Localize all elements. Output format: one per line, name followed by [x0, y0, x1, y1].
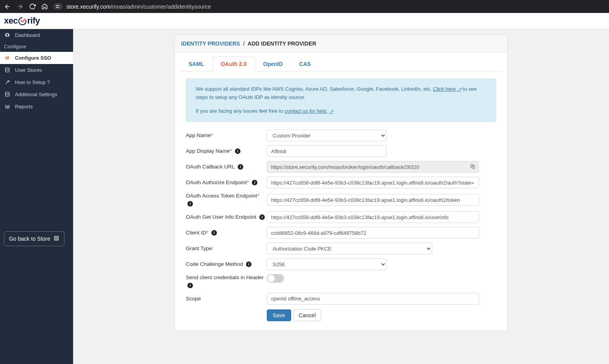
- tab-cas[interactable]: CAS: [291, 57, 319, 71]
- sidebar-item-additional-settings[interactable]: Additional Settings: [0, 88, 73, 101]
- app-display-name-input[interactable]: [267, 145, 387, 157]
- external-link-icon: ↗: [328, 109, 333, 113]
- scope-label: Scope: [186, 295, 267, 303]
- logo-text-left: xec: [4, 16, 18, 26]
- store-icon: [53, 235, 59, 242]
- grant-type-select[interactable]: Authorization Code PKCE: [267, 243, 432, 254]
- authorize-endpoint-label: OAuth Authorize Endpoint* i: [186, 179, 267, 187]
- callback-url-label: OAuth Callback URL i: [186, 163, 267, 171]
- database-icon: [4, 91, 10, 97]
- external-link-icon: ↗: [457, 87, 461, 91]
- sidebar: Dashboard Configure Configure SSO User S…: [0, 29, 73, 364]
- idp-form-panel: SAML OAuth 2.0 OpenID CAS We support all…: [174, 53, 508, 331]
- browser-address-bar[interactable]: store.xecurify.com/moas/admin/customer/a…: [53, 3, 605, 10]
- tab-oauth[interactable]: OAuth 2.0: [213, 57, 255, 71]
- info-banner: We support all standard IDPs like AWS Co…: [186, 79, 496, 122]
- site-info-icon[interactable]: [53, 3, 62, 10]
- contact-us-link[interactable]: contact us for help. ↗: [284, 108, 333, 114]
- info-text-1: We support all standard IDPs like AWS Co…: [196, 86, 433, 92]
- click-here-link[interactable]: Click here ↗: [433, 86, 461, 92]
- sidebar-dashboard-label: Dashboard: [15, 32, 40, 38]
- callback-url-input[interactable]: [267, 161, 479, 173]
- app-logo[interactable]: xec rify: [4, 16, 40, 26]
- sidebar-item-configure-sso[interactable]: Configure SSO: [0, 52, 73, 64]
- info-icon[interactable]: i: [252, 180, 257, 185]
- svg-point-5: [5, 92, 9, 93]
- client-id-input[interactable]: [267, 227, 479, 239]
- tab-openid[interactable]: OpenID: [255, 57, 291, 71]
- protocol-tabs: SAML OAuth 2.0 OpenID CAS: [180, 57, 502, 71]
- browser-reload-icon[interactable]: [29, 3, 36, 10]
- sidebar-label-additional: Additional Settings: [15, 91, 57, 97]
- token-endpoint-label: OAuth Access Token Endpoint* i: [186, 192, 267, 207]
- info-icon[interactable]: i: [187, 201, 193, 207]
- breadcrumb-current: ADD IDENTITY PROVIDER: [248, 40, 316, 47]
- info-icon[interactable]: i: [238, 164, 243, 170]
- code-challenge-select[interactable]: S256: [267, 258, 387, 270]
- userinfo-endpoint-label: OAuth Get User Info Endpoint i: [186, 214, 267, 221]
- sidebar-item-user-stores[interactable]: User Stores: [0, 64, 73, 76]
- sidebar-configure-header: Configure: [0, 41, 73, 52]
- database-icon: [4, 67, 10, 73]
- breadcrumb: IDENTITY PROVIDERS / ADD IDENTITY PROVID…: [174, 35, 508, 53]
- send-header-toggle[interactable]: [267, 274, 284, 283]
- wrench-icon: [4, 79, 10, 85]
- swap-icon: [4, 55, 10, 61]
- token-endpoint-input[interactable]: [267, 194, 479, 206]
- browser-back-icon[interactable]: [4, 3, 11, 10]
- app-display-name-label: App Display Name* i: [186, 148, 267, 155]
- userinfo-endpoint-input[interactable]: [267, 211, 479, 223]
- browser-forward-icon[interactable]: [17, 3, 24, 10]
- sidebar-item-how-to-setup[interactable]: How to Setup ?: [0, 76, 73, 88]
- chart-icon: [4, 104, 10, 110]
- info-icon[interactable]: i: [235, 148, 240, 154]
- info-text-3: If you are facing any issues feel free t…: [196, 108, 284, 114]
- app-logo-bar: xec rify: [0, 13, 609, 29]
- svg-point-1: [57, 7, 57, 8]
- dashboard-icon: [4, 32, 10, 38]
- browser-url: store.xecurify.com/moas/admin/customer/a…: [66, 4, 211, 10]
- svg-point-4: [5, 68, 9, 69]
- info-icon[interactable]: i: [187, 283, 193, 288]
- sidebar-item-reports[interactable]: Reports: [0, 101, 73, 113]
- authorize-endpoint-input[interactable]: [267, 177, 479, 188]
- sidebar-label-reports: Reports: [15, 104, 33, 110]
- back-store-label: Go back to Store: [9, 236, 50, 242]
- go-back-to-store-button[interactable]: Go back to Store: [4, 231, 64, 246]
- breadcrumb-parent[interactable]: IDENTITY PROVIDERS: [181, 40, 240, 47]
- save-button[interactable]: Save: [267, 309, 291, 321]
- code-challenge-label: Code Challenge Method i: [186, 261, 267, 268]
- logo-text-right: rify: [27, 16, 40, 26]
- logo-swoosh-icon: [18, 16, 27, 26]
- browser-toolbar: store.xecurify.com/moas/admin/customer/a…: [0, 0, 609, 13]
- tab-saml[interactable]: SAML: [180, 57, 213, 71]
- grant-type-label: Grant Type:: [186, 245, 267, 252]
- info-icon[interactable]: i: [259, 214, 265, 220]
- sidebar-label-howto: How to Setup ?: [15, 79, 50, 85]
- app-name-label: App Name*: [186, 132, 267, 139]
- main-content: IDENTITY PROVIDERS / ADD IDENTITY PROVID…: [73, 29, 609, 364]
- browser-home-icon[interactable]: [41, 3, 48, 10]
- client-id-label: Client ID* i: [186, 229, 267, 237]
- cancel-button[interactable]: Cancel: [293, 309, 321, 321]
- copy-icon[interactable]: [470, 163, 476, 171]
- sidebar-label-userstores: User Stores: [15, 67, 42, 73]
- svg-point-0: [57, 5, 57, 6]
- info-icon[interactable]: i: [211, 230, 217, 236]
- sidebar-label-sso: Configure SSO: [15, 55, 51, 61]
- scope-input[interactable]: [267, 293, 479, 305]
- breadcrumb-separator: /: [243, 40, 245, 47]
- info-icon[interactable]: i: [246, 262, 251, 267]
- send-header-label: Send client credentials in Header i: [186, 274, 267, 289]
- app-name-select[interactable]: Custom Provider: [267, 130, 387, 141]
- sidebar-item-dashboard[interactable]: Dashboard: [0, 29, 73, 41]
